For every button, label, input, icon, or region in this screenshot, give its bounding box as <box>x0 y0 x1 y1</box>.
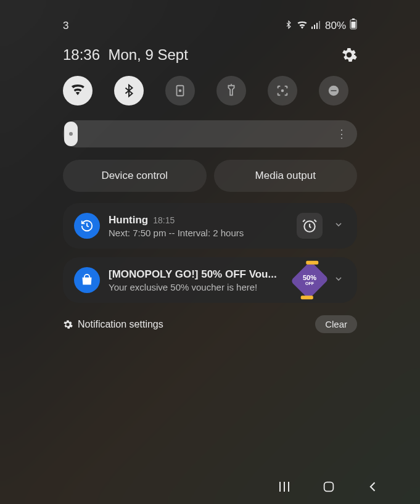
svg-rect-3 <box>319 21 320 29</box>
wifi-icon <box>297 20 308 32</box>
bluetooth-icon <box>122 84 136 97</box>
header-row: 18:36 Mon, 9 Sept <box>15 46 405 64</box>
shopping-bag-icon <box>81 274 93 286</box>
notification-content: Hunting 18:15 Next: 7:50 pm -- Interval:… <box>109 214 288 238</box>
action-buttons-row: Device control Media output <box>15 160 405 192</box>
svg-rect-17 <box>324 482 334 492</box>
gear-icon <box>63 320 73 329</box>
datetime[interactable]: 18:36 Mon, 9 Sept <box>63 46 188 64</box>
status-notification-count: 3 <box>63 20 68 32</box>
screen-capture-toggle[interactable] <box>268 76 297 105</box>
notification-time: 18:15 <box>153 215 175 225</box>
media-output-button[interactable]: Media output <box>214 160 358 192</box>
media-output-label: Media output <box>255 170 316 182</box>
notification-title: Hunting <box>109 214 148 226</box>
notification-expand-button[interactable] <box>331 217 346 234</box>
svg-rect-2 <box>316 23 318 29</box>
gear-icon <box>341 47 357 63</box>
sale-off-label: OFF <box>303 281 316 286</box>
back-button[interactable] <box>366 479 381 494</box>
notification-body: Next: 7:50 pm -- Interval: 2 hours <box>109 228 288 238</box>
brightness-dot-icon <box>69 132 73 136</box>
status-icons: 80% <box>284 19 357 33</box>
back-icon <box>367 481 379 493</box>
svg-rect-12 <box>331 90 336 91</box>
brightness-handle[interactable] <box>64 122 78 146</box>
recents-icon <box>278 481 290 493</box>
battery-percentage: 80% <box>325 20 346 32</box>
notification-title: [MONOPOLY GO!] 50% OFF Vou... <box>109 268 277 281</box>
home-icon <box>322 480 336 494</box>
home-button[interactable] <box>321 479 336 494</box>
settings-button[interactable] <box>341 47 357 63</box>
notification-settings-button[interactable]: Notification settings <box>63 319 163 330</box>
recents-button[interactable] <box>277 479 292 494</box>
sale-percent: 50% <box>303 275 316 281</box>
clock-date: Mon, 9 Sept <box>108 46 187 63</box>
wifi-toggle[interactable] <box>63 76 93 105</box>
signal-icon <box>311 20 321 32</box>
capture-icon <box>276 84 289 97</box>
clock-time: 18:36 <box>63 46 100 63</box>
flashlight-toggle[interactable] <box>216 76 246 105</box>
notifications-footer: Notification settings Clear <box>15 312 405 333</box>
bluetooth-toggle[interactable] <box>114 76 144 105</box>
wifi-icon <box>71 84 84 97</box>
notification-thumbnail: 50% OFF <box>297 267 323 293</box>
svg-rect-5 <box>352 19 355 20</box>
minus-circle-icon <box>327 84 340 97</box>
dnd-toggle[interactable] <box>319 76 348 105</box>
notification-app-icon <box>74 213 100 239</box>
notification-settings-label: Notification settings <box>78 319 163 330</box>
rotation-lock-toggle[interactable] <box>165 76 195 105</box>
navigation-bar <box>0 469 420 504</box>
notification-thumbnail <box>297 213 323 239</box>
notification-expand-button[interactable] <box>331 271 346 289</box>
brightness-more-button[interactable]: ⋮ <box>336 127 347 141</box>
svg-point-8 <box>179 90 181 92</box>
device-control-label: Device control <box>101 170 168 182</box>
clear-label: Clear <box>325 319 347 329</box>
device-control-button[interactable]: Device control <box>63 160 207 192</box>
svg-rect-1 <box>314 25 315 29</box>
brightness-slider[interactable]: ⋮ <box>63 120 357 147</box>
svg-rect-6 <box>352 22 356 28</box>
notification-body: Your exclusive 50% voucher is here! <box>109 282 288 292</box>
battery-icon <box>350 19 357 33</box>
chevron-down-icon <box>334 274 344 284</box>
svg-point-10 <box>281 89 284 93</box>
sale-badge-icon: 50% OFF <box>290 261 329 299</box>
quick-settings-toggles <box>15 76 405 105</box>
clear-notifications-button[interactable]: Clear <box>315 315 357 333</box>
status-bar: 3 80% <box>15 19 405 33</box>
notification-app-icon <box>74 267 100 293</box>
notification-card[interactable]: Hunting 18:15 Next: 7:50 pm -- Interval:… <box>63 203 357 249</box>
flashlight-icon <box>224 84 238 97</box>
notifications-list: Hunting 18:15 Next: 7:50 pm -- Interval:… <box>15 203 405 303</box>
svg-rect-0 <box>311 27 313 29</box>
brightness-control: ⋮ <box>15 120 405 147</box>
clock-history-icon <box>80 219 94 233</box>
chevron-down-icon <box>334 220 344 229</box>
rotation-lock-icon <box>173 84 187 97</box>
notification-card[interactable]: [MONOPOLY GO!] 50% OFF Vou... Your exclu… <box>63 257 357 303</box>
alarm-clock-icon <box>302 218 318 234</box>
bluetooth-icon <box>284 20 293 32</box>
notification-content: [MONOPOLY GO!] 50% OFF Vou... Your exclu… <box>109 268 288 292</box>
